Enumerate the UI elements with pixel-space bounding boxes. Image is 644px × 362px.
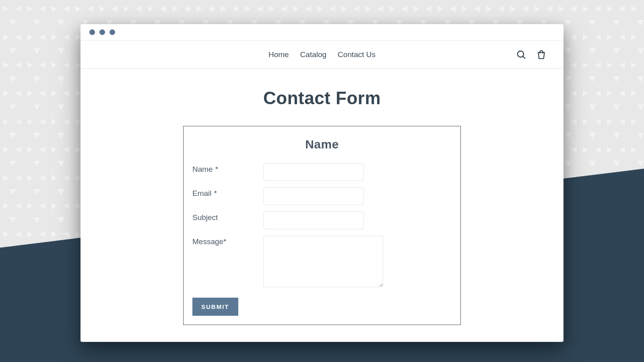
nav-catalog[interactable]: Catalog — [300, 50, 327, 59]
form-card-title: Name — [192, 138, 452, 151]
message-input[interactable] — [263, 236, 383, 287]
page-title: Contact Form — [80, 88, 564, 108]
site-header: Home Catalog Contact Us — [80, 41, 564, 69]
cart-icon[interactable] — [536, 49, 547, 60]
subject-input[interactable] — [263, 212, 364, 229]
nav-contact-us[interactable]: Contact Us — [338, 50, 376, 59]
message-label: Message* — [192, 236, 263, 246]
email-input[interactable] — [263, 187, 364, 205]
subject-label: Subject — [192, 212, 263, 222]
form-row-subject: Subject — [192, 212, 452, 229]
search-icon[interactable] — [516, 49, 526, 60]
main-nav: Home Catalog Contact Us — [268, 50, 376, 59]
form-row-name: Name* — [192, 163, 452, 181]
name-input[interactable] — [263, 163, 364, 181]
window-control-dot[interactable] — [109, 29, 115, 35]
svg-line-5 — [523, 56, 525, 59]
contact-form-card: Name Name* Email* Subject Message* — [183, 126, 461, 325]
form-row-message: Message* — [192, 236, 452, 287]
svg-point-4 — [518, 51, 524, 57]
form-row-email: Email* — [192, 187, 452, 205]
window-titlebar — [80, 24, 564, 41]
window-control-dot[interactable] — [89, 29, 95, 35]
name-label: Name* — [192, 163, 263, 174]
browser-window: Home Catalog Contact Us Contact Form Nam… — [80, 24, 564, 342]
email-label: Email* — [192, 187, 263, 198]
submit-button[interactable]: SUBMIT — [192, 298, 238, 316]
header-actions — [516, 49, 547, 60]
window-control-dot[interactable] — [99, 29, 105, 35]
nav-home[interactable]: Home — [268, 50, 289, 59]
